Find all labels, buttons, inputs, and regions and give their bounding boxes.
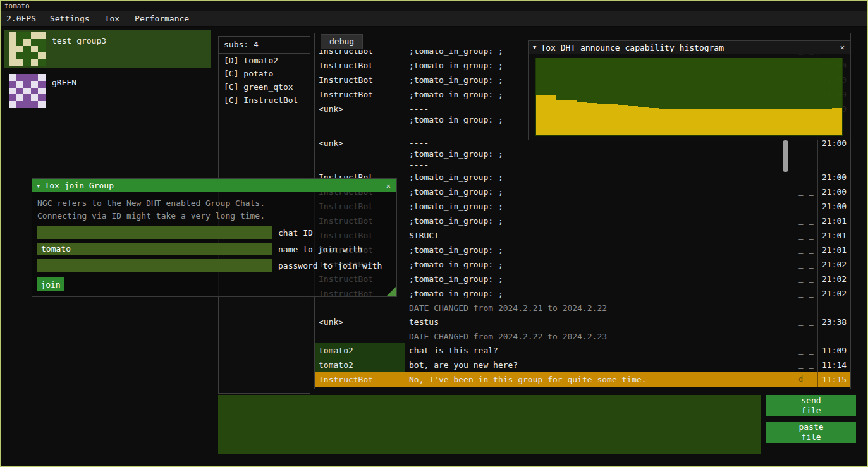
message-time (817, 329, 850, 343)
paste-file-button[interactable]: paste file (766, 422, 856, 443)
message-text: No, I've been in this group for quite so… (405, 372, 795, 387)
message-text: ---- ;tomato_in_group: ; ---- (405, 136, 795, 170)
join-field-label: name to join with (278, 245, 362, 254)
tab-debug[interactable]: debug (321, 34, 363, 49)
histogram-bar (618, 105, 628, 135)
subs-item[interactable]: [D] tomato2 (219, 54, 310, 67)
fps-indicator: 2.0FPS (1, 11, 42, 26)
message-receipt (795, 329, 817, 343)
message-text: chat is this real? (405, 343, 795, 358)
menu-tox[interactable]: Tox (97, 11, 127, 26)
message-sender: InstructBot (315, 73, 405, 87)
histogram-bar (750, 109, 761, 135)
histogram-bar (771, 109, 781, 135)
subs-item[interactable]: [C] potato (219, 67, 310, 80)
histogram-bar (812, 109, 822, 135)
chat-id-input[interactable] (37, 226, 272, 239)
histogram-bar (709, 109, 719, 135)
join-group-titlebar[interactable]: ▼ Tox join Group ✕ (32, 179, 396, 192)
histogram-bar (679, 109, 689, 135)
os-titlebar[interactable]: tomato (1, 1, 867, 11)
app-window: tomato 2.0FPS SettingsToxPerformance tes… (0, 0, 868, 467)
message-receipt: _ _ (795, 257, 817, 272)
message-receipt: _ _ (795, 199, 817, 214)
histogram-bar (546, 95, 556, 135)
histogram-bar (699, 109, 709, 135)
subs-item[interactable]: [C] InstructBot (219, 94, 310, 107)
message-time: 21:02 (817, 272, 850, 286)
join-fields: chat IDtomatoname to join withpassword t… (37, 226, 391, 272)
message-input[interactable] (218, 395, 761, 454)
resize-grip-icon[interactable] (387, 287, 396, 296)
message-text: bot, are you new here? (405, 358, 795, 372)
message-sender: <unk> (315, 136, 405, 170)
message-sender: InstructBot (315, 58, 405, 73)
message-time: 21:01 (817, 214, 850, 228)
window-title: tomato (4, 2, 30, 10)
message-text: ;tomato_in_group: ; (405, 243, 795, 257)
histogram-bar (577, 102, 587, 135)
message-receipt: _ _ (795, 170, 817, 185)
message-time: 21:00 (817, 185, 850, 199)
message-row: DATE CHANGED from 2024.2.22 to 2024.2.23 (315, 329, 850, 343)
histogram-bar (689, 109, 699, 135)
message-text: ;tomato_in_group: ; (405, 170, 795, 185)
close-icon[interactable]: ✕ (385, 181, 392, 190)
message-receipt: _ _ (795, 272, 817, 286)
message-sender: InstructBot (315, 372, 405, 387)
message-time: 21:01 (817, 243, 850, 257)
join-button[interactable]: join (37, 277, 64, 291)
join-group-title: Tox join Group (44, 181, 380, 190)
histogram-bar (730, 109, 740, 135)
dht-histogram-titlebar[interactable]: ▼ Tox DHT announce capability histogram … (529, 41, 850, 54)
message-sender: InstructBot (315, 50, 405, 58)
message-sender: <unk> (315, 315, 405, 329)
join-group-window: ▼ Tox join Group ✕ NGC refers to the New… (32, 178, 397, 297)
message-row: InstructBotNo, I've been in this group f… (315, 372, 850, 387)
histogram-bar (608, 104, 618, 135)
histogram-bar (536, 95, 546, 135)
message-receipt: _ _ (795, 243, 817, 257)
message-receipt: _ _ (795, 286, 817, 301)
message-time: 23:38 (817, 315, 850, 329)
message-row: <unk>testus_ _23:38 (315, 315, 850, 329)
message-text: testus (405, 315, 795, 329)
menu-bar: 2.0FPS SettingsToxPerformance (1, 11, 867, 27)
message-row: tomato2bot, are you new here?_ _11:14 (315, 358, 850, 372)
message-receipt: _ _ (795, 228, 817, 243)
join-name-input[interactable]: tomato (37, 243, 272, 255)
join-group-body: NGC refers to the New DHT enabled Group … (32, 192, 396, 291)
join-field-label: password to join with (278, 261, 382, 270)
message-time: 21:02 (817, 257, 850, 272)
histogram-bar (566, 100, 577, 135)
join-password-input[interactable] (37, 259, 272, 272)
menu-performance[interactable]: Performance (127, 11, 197, 26)
message-text: ;tomato_in_group: ; (405, 272, 795, 286)
histogram-bar (792, 109, 802, 135)
message-receipt: _ _ (795, 358, 817, 372)
menu-settings[interactable]: Settings (42, 11, 97, 26)
join-field-row: password to join with (37, 259, 391, 272)
collapse-arrow-icon[interactable]: ▼ (533, 44, 536, 51)
histogram-bar (822, 109, 832, 135)
histogram-bar (628, 106, 638, 135)
join-description-line-2: Connecting via ID might take a very long… (37, 210, 391, 222)
chat-scrollbar-thumb[interactable] (783, 140, 788, 172)
send-file-button[interactable]: send file (766, 395, 856, 416)
message-row: <unk>---- ;tomato_in_group: ; ----_ _21:… (315, 136, 850, 170)
dht-histogram-plot (535, 58, 843, 136)
group-name: gREEN (46, 71, 76, 110)
close-icon[interactable]: ✕ (839, 43, 846, 52)
join-field-label: chat ID (278, 228, 313, 238)
histogram-bar (649, 108, 659, 135)
message-time: 11:09 (817, 343, 850, 358)
message-receipt: _ _ (795, 315, 817, 329)
subs-item[interactable]: [C] green_qtox (219, 80, 310, 94)
message-text: ;tomato_in_group: ; (405, 214, 795, 228)
sidebar-group-test_group3[interactable]: test_group3 (4, 30, 211, 68)
message-sender (315, 329, 405, 343)
collapse-arrow-icon[interactable]: ▼ (37, 183, 40, 189)
sidebar-group-gREEN[interactable]: gREEN (4, 71, 211, 110)
histogram-bar (761, 109, 771, 135)
histogram-bar (832, 108, 842, 135)
